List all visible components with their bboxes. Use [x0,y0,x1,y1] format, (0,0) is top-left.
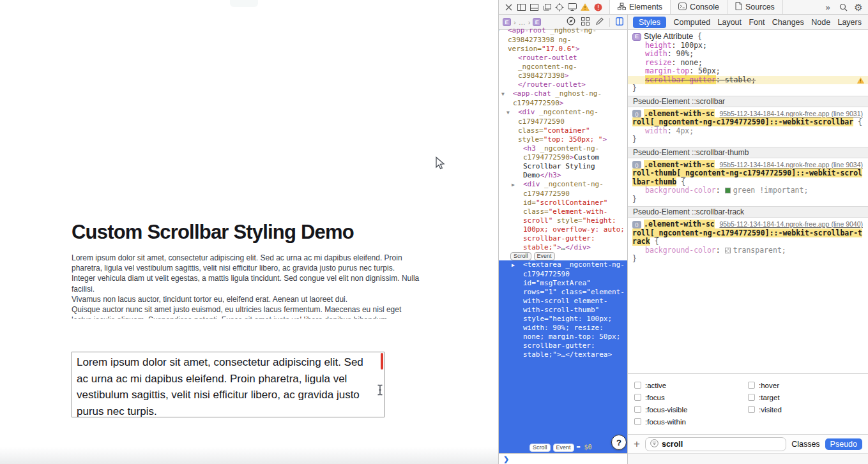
close-icon[interactable] [502,0,515,14]
more-tabs-icon[interactable]: » [821,3,834,11]
badge-event[interactable]: Event [553,444,574,452]
source-link[interactable]: 95b5-112-134-184-14.ngrok-free.app (line… [719,161,863,170]
color-swatch[interactable] [725,188,731,193]
tab-elements[interactable]: Elements [610,0,671,14]
tab-sources[interactable]: Sources [727,0,783,14]
checkbox-visited[interactable] [748,406,755,413]
search-icon[interactable] [837,3,849,11]
checkbox-focus[interactable] [634,394,641,401]
breadcrumb-element-badge[interactable]: E [503,18,511,26]
checkbox-hover[interactable] [748,382,755,389]
pseudo-state-label: :focus-within [645,418,686,426]
css-property[interactable]: scrollbar-gutter: stable; [628,76,868,85]
pseudo-button[interactable]: Pseudo [825,438,862,450]
color-swatch[interactable] [725,248,731,253]
dock-bottom-icon[interactable] [528,0,540,14]
dom-tree-pane: ▼<app-root _nghost-ng-c3984273398 ng-ver… [499,30,628,464]
help-button[interactable]: ? [611,435,627,450]
scroll-container[interactable]: Lorem ipsum dolor sit amet, consectetur … [72,253,423,318]
pseudo-state-label: :active [645,382,666,389]
styles-filter-input[interactable]: scroll [645,437,786,451]
text-cursor-icon [377,384,383,398]
css-property[interactable]: margin-top: 50px; [632,67,863,76]
code-segment: "msgTextArea" [536,279,591,287]
quick-console[interactable]: ❯ [499,453,627,464]
checkbox-focus-within[interactable] [634,418,641,425]
dom-tree-node[interactable]: ▶<div _ngcontent-ng-c1794772590 id="scro… [501,180,626,260]
code-segment: > [575,45,580,53]
undock-window-icon[interactable] [540,0,553,14]
style-tab-font[interactable]: Font [749,18,765,27]
code-segment: > [560,99,564,107]
css-property[interactable]: resize: none; [632,59,863,68]
breadcrumb-element-badge[interactable]: E [533,18,541,26]
badge-event[interactable]: Event [534,252,555,260]
property-text: resize: none; [645,58,703,67]
style-tab-computed[interactable]: Computed [673,18,710,27]
paragraph-line: Vivamus non lacus auctor, tincidunt tort… [72,294,423,304]
empty-space [628,266,868,374]
warnings-icon[interactable] [579,0,591,14]
dom-tree-node[interactable]: ▼<div _ngcontent-ng-c1794772590 class="c… [501,108,626,144]
classes-button[interactable]: Classes [791,440,819,449]
node-source: <router-outlet _ngcontent-ng-c3984273398… [512,54,626,80]
dom-tree-node[interactable]: ▼<app-chat _nghost-ng-c1794772590> [501,89,626,108]
elements-icon [618,3,626,12]
settings-gear-icon[interactable]: ⚙ [852,3,865,12]
node-source: ▶<div _ngcontent-ng-c1794772590 id="scro… [517,180,626,252]
styles-filter-bar: + scroll Classes Pseudo [628,434,868,453]
device-settings-icon[interactable] [566,0,579,14]
css-property[interactable]: width: 90%; [632,50,863,59]
code-segment: rows= [523,288,544,296]
dom-tree-node[interactable]: </router-outlet> [501,80,626,89]
checkbox-active[interactable] [634,382,641,389]
errors-icon[interactable] [591,0,604,14]
style-tab-changes[interactable]: Changes [772,18,804,27]
css-property[interactable]: width: 4px; [632,127,863,136]
dom-tree-node[interactable]: ▼<app-root _nghost-ng-c3984273398 ng-ver… [501,26,626,54]
property-name: height [645,41,672,50]
rule-selector[interactable]: Style Attribute [644,32,693,41]
breadcrumb-ellipsis[interactable]: … [519,19,526,26]
style-tab-layout[interactable]: Layout [717,18,742,27]
disclosure-arrow-icon[interactable]: ▼ [507,90,513,99]
dom-tree-node[interactable]: <h3 _ngcontent-ng-c1794772590>Custom Scr… [501,144,626,180]
badge-scroll[interactable]: Scroll [529,444,551,452]
element-picker-icon[interactable] [553,0,566,14]
css-property[interactable]: height: 100px; [632,41,863,50]
new-rule-button[interactable]: + [634,438,640,449]
code-segment: <div [523,180,540,188]
chevron-right-icon: › [528,19,531,26]
property-name: background-color [645,186,716,195]
rule-origin-badge: () [632,221,641,228]
pseudo-state-label: :focus [645,394,665,401]
message-textarea[interactable]: Lorem ipsum dolor sit amet, consectetur … [72,352,385,417]
style-tab-layers[interactable]: Layers [837,18,862,27]
browser-artifact [230,0,258,7]
dom-tree-node[interactable]: <router-outlet _ngcontent-ng-c3984273398… [501,54,626,80]
css-property[interactable]: background-color: green !important; [632,186,863,195]
source-link[interactable]: 95b5-112-134-184-14.ngrok-free.app (line… [719,220,863,229]
style-tab-styles[interactable]: Styles [633,17,666,28]
css-property[interactable]: background-color: transparent; [632,246,863,255]
pseudo-state-label: :hover [759,382,779,389]
warning-icon [857,77,864,86]
tab-console[interactable]: Console [671,0,727,14]
scrollbar-thumb[interactable] [381,353,383,370]
badge-scroll[interactable]: Scroll [510,252,531,260]
code-segment: <app-chat [513,89,551,98]
style-tab-node[interactable]: Node [811,18,830,27]
disclosure-arrow-icon[interactable]: ▶ [517,181,523,190]
dock-side-icon[interactable] [515,0,528,14]
disclosure-arrow-icon[interactable]: ▶ [517,261,523,270]
checkbox-target[interactable] [748,394,755,401]
console-result: = $0 [577,443,592,452]
pseudo-state-item: :active [634,379,748,391]
disclosure-arrow-icon[interactable]: ▼ [512,109,518,117]
dom-tree-node[interactable]: ▶<textarea _ngcontent-ng-c1794772590 id=… [499,260,627,453]
property-value: 90%; [676,49,694,58]
source-link[interactable]: 95b5-112-134-184-14.ngrok-free.app (line… [719,110,863,119]
disclosure-arrow-icon[interactable]: ▼ [502,27,508,36]
chevron-right-icon: › [514,19,516,26]
checkbox-focus-visible[interactable] [634,406,641,413]
